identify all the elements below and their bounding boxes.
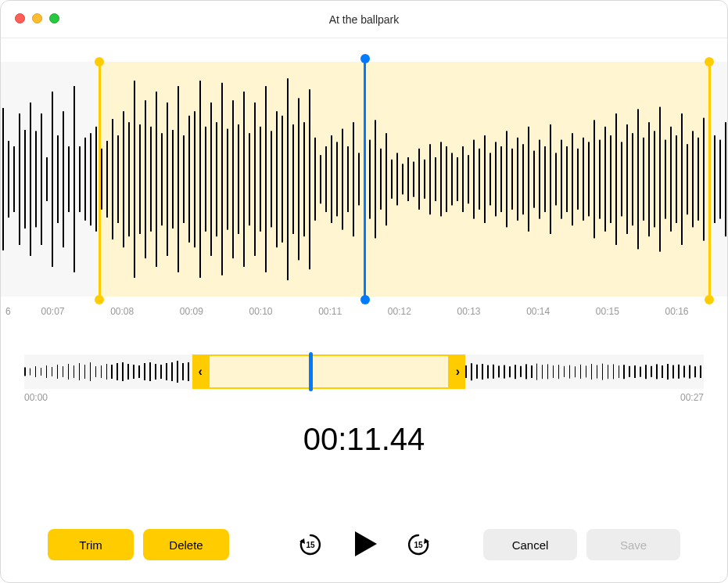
delete-button[interactable]: Delete (143, 529, 229, 560)
play-icon (350, 530, 378, 558)
overview-end-time: 00:27 (680, 392, 704, 403)
overview-selection[interactable] (208, 354, 450, 389)
current-time-display: 00:11.44 (1, 422, 727, 457)
ruler-tick: 00:10 (249, 306, 272, 317)
save-button: Save (586, 529, 680, 560)
svg-text:15: 15 (306, 541, 315, 549)
ruler-tick: 00:15 (596, 306, 619, 317)
ruler-tick: 00:14 (526, 306, 550, 317)
window-controls (15, 13, 59, 23)
overview-playhead[interactable] (309, 352, 313, 391)
overview-waveform[interactable]: ‹ › (24, 354, 704, 389)
skip-forward-15-button[interactable]: 15 (405, 531, 432, 558)
ruler-tick: 00:08 (110, 306, 134, 317)
main-waveform[interactable] (1, 62, 727, 297)
svg-marker-2 (355, 531, 377, 556)
ruler-tick: 00:07 (41, 306, 64, 317)
overview-start-time: 00:00 (24, 392, 48, 403)
overview-trim-handle-end[interactable]: › (450, 354, 465, 389)
ruler-tick: 00:09 (180, 306, 203, 317)
skip-back-15-button[interactable]: 15 (297, 531, 324, 558)
ruler-tick: 00:13 (457, 306, 480, 317)
playback-controls: 15 15 (297, 530, 432, 560)
window-title: At the ballpark (329, 13, 400, 26)
maximize-window-button[interactable] (49, 13, 59, 23)
ruler-tick: 6 (5, 306, 11, 317)
bottom-toolbar: Trim Delete 15 15 Cancel Save (1, 529, 727, 560)
skip-back-icon: 15 (297, 531, 324, 558)
trim-button[interactable]: Trim (48, 529, 134, 560)
svg-text:15: 15 (414, 541, 423, 549)
minimize-window-button[interactable] (32, 13, 42, 23)
overview-trim-handle-start[interactable]: ‹ (192, 354, 208, 389)
ruler-tick: 00:11 (318, 306, 342, 317)
ruler-tick: 00:16 (665, 306, 688, 317)
cancel-button[interactable]: Cancel (483, 529, 577, 560)
playhead[interactable] (364, 59, 366, 300)
overview-time-labels: 00:00 00:27 (24, 392, 704, 408)
titlebar: At the ballpark (1, 1, 727, 38)
close-window-button[interactable] (15, 13, 25, 23)
skip-forward-icon: 15 (405, 531, 432, 558)
play-button[interactable] (350, 530, 378, 560)
ruler-tick: 00:12 (388, 306, 411, 317)
time-ruler: 6 00:0700:0800:0900:1000:1100:1200:1300:… (1, 300, 727, 325)
